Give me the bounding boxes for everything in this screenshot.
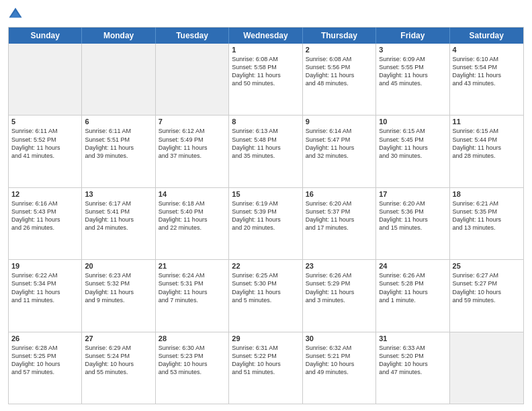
cell-info-line: Daylight: 11 hours <box>85 216 152 224</box>
cell-info-line: Sunrise: 6:28 AM <box>11 344 79 352</box>
cell-info-line: and 41 minutes. <box>11 152 79 160</box>
calendar-cell: 9Sunrise: 6:14 AMSunset: 5:47 PMDaylight… <box>303 116 376 187</box>
cell-info-line: Sunrise: 6:17 AM <box>85 199 152 208</box>
cell-info-line: Daylight: 11 hours <box>159 144 226 152</box>
cell-info-line: and 32 minutes. <box>306 152 373 160</box>
calendar-cell: 5Sunrise: 6:11 AMSunset: 5:52 PMDaylight… <box>9 116 82 187</box>
cell-info-line: Sunrise: 6:11 AM <box>85 127 152 135</box>
day-number: 22 <box>232 262 299 270</box>
calendar-row: 19Sunrise: 6:22 AMSunset: 5:34 PMDayligh… <box>9 259 523 331</box>
cell-info-line: and 49 minutes. <box>306 368 373 376</box>
weekday-header: Friday <box>376 28 449 44</box>
cell-info-line: Sunrise: 6:10 AM <box>453 55 521 63</box>
day-number: 14 <box>159 190 226 198</box>
weekday-header: Monday <box>82 28 155 44</box>
cell-info-line: Sunrise: 6:20 AM <box>379 199 446 208</box>
cell-info-line: Sunrise: 6:20 AM <box>306 199 373 208</box>
calendar-cell: 4Sunrise: 6:10 AMSunset: 5:54 PMDaylight… <box>450 44 523 115</box>
page: SundayMondayTuesdayWednesdayThursdayFrid… <box>0 0 532 411</box>
calendar: SundayMondayTuesdayWednesdayThursdayFrid… <box>8 27 524 404</box>
cell-info-line: Daylight: 11 hours <box>453 216 521 224</box>
cell-info-line: and 45 minutes. <box>379 79 446 87</box>
calendar-cell: 3Sunrise: 6:09 AMSunset: 5:55 PMDaylight… <box>376 44 449 115</box>
calendar-cell: 20Sunrise: 6:23 AMSunset: 5:32 PMDayligh… <box>82 260 155 331</box>
cell-info-line: Sunrise: 6:15 AM <box>379 127 446 135</box>
cell-info-line: Sunset: 5:20 PM <box>379 352 446 360</box>
cell-info-line: and 15 minutes. <box>379 224 446 232</box>
calendar-cell: 12Sunrise: 6:16 AMSunset: 5:43 PMDayligh… <box>9 188 82 259</box>
day-number: 4 <box>453 46 521 54</box>
cell-info-line: Sunset: 5:45 PM <box>379 136 446 144</box>
calendar-cell: 2Sunrise: 6:08 AMSunset: 5:56 PMDaylight… <box>303 44 376 115</box>
cell-info-line: Daylight: 11 hours <box>85 144 152 152</box>
calendar-cell: 13Sunrise: 6:17 AMSunset: 5:41 PMDayligh… <box>82 188 155 259</box>
day-number: 17 <box>379 190 446 198</box>
cell-info-line: Daylight: 11 hours <box>159 216 226 224</box>
cell-info-line: Daylight: 11 hours <box>306 216 373 224</box>
cell-info-line: Daylight: 10 hours <box>379 360 446 368</box>
cell-info-line: Sunrise: 6:29 AM <box>85 344 152 352</box>
cell-info-line: Daylight: 11 hours <box>85 288 152 296</box>
weekday-header: Saturday <box>450 28 523 44</box>
calendar-cell: 26Sunrise: 6:28 AMSunset: 5:25 PMDayligh… <box>9 332 82 404</box>
day-number: 13 <box>85 190 152 198</box>
calendar-cell: 6Sunrise: 6:11 AMSunset: 5:51 PMDaylight… <box>82 116 155 187</box>
calendar-cell: 16Sunrise: 6:20 AMSunset: 5:37 PMDayligh… <box>303 188 376 259</box>
cell-info-line: Daylight: 11 hours <box>159 288 226 296</box>
cell-info-line: and 37 minutes. <box>159 152 226 160</box>
day-number: 31 <box>379 334 446 342</box>
cell-info-line: Daylight: 11 hours <box>232 216 299 224</box>
cell-info-line: Daylight: 11 hours <box>379 288 446 296</box>
cell-info-line: Sunrise: 6:31 AM <box>232 344 299 352</box>
day-number: 16 <box>306 190 373 198</box>
cell-info-line: Daylight: 11 hours <box>232 288 299 296</box>
cell-info-line: and 13 minutes. <box>453 224 521 232</box>
cell-info-line: Sunset: 5:28 PM <box>379 279 446 287</box>
cell-info-line: and 43 minutes. <box>453 79 521 87</box>
cell-info-line: Sunset: 5:24 PM <box>85 352 152 360</box>
cell-info-line: and 50 minutes. <box>232 79 299 87</box>
calendar-cell: 14Sunrise: 6:18 AMSunset: 5:40 PMDayligh… <box>156 188 229 259</box>
cell-info-line: Daylight: 11 hours <box>11 144 79 152</box>
cell-info-line: Daylight: 10 hours <box>159 360 226 368</box>
cell-info-line: Sunrise: 6:33 AM <box>379 344 446 352</box>
day-number: 10 <box>379 118 446 126</box>
calendar-cell: 1Sunrise: 6:08 AMSunset: 5:58 PMDaylight… <box>229 44 302 115</box>
day-number: 5 <box>11 118 79 126</box>
cell-info-line: and 30 minutes. <box>379 152 446 160</box>
cell-info-line: and 28 minutes. <box>453 152 521 160</box>
cell-info-line: Sunrise: 6:23 AM <box>85 271 152 279</box>
cell-info-line: and 48 minutes. <box>306 79 373 87</box>
cell-info-line: and 35 minutes. <box>232 152 299 160</box>
cell-info-line: Sunset: 5:29 PM <box>306 279 373 287</box>
cell-info-line: Sunset: 5:40 PM <box>159 208 226 216</box>
calendar-header: SundayMondayTuesdayWednesdayThursdayFrid… <box>9 28 523 44</box>
cell-info-line: Sunrise: 6:13 AM <box>232 127 299 135</box>
cell-info-line: Sunset: 5:48 PM <box>232 136 299 144</box>
cell-info-line: Sunset: 5:22 PM <box>232 352 299 360</box>
cell-info-line: Sunset: 5:30 PM <box>232 279 299 287</box>
cell-info-line: Sunrise: 6:22 AM <box>11 271 79 279</box>
cell-info-line: Sunrise: 6:08 AM <box>306 55 373 63</box>
cell-info-line: Daylight: 10 hours <box>306 360 373 368</box>
cell-info-line: and 7 minutes. <box>159 296 226 304</box>
weekday-header: Tuesday <box>156 28 229 44</box>
cell-info-line: Sunrise: 6:18 AM <box>159 199 226 208</box>
cell-info-line: Sunset: 5:25 PM <box>11 352 79 360</box>
cell-info-line: Sunrise: 6:24 AM <box>159 271 226 279</box>
cell-info-line: Sunset: 5:39 PM <box>232 208 299 216</box>
weekday-header: Wednesday <box>229 28 302 44</box>
cell-info-line: and 55 minutes. <box>85 368 152 376</box>
calendar-body: 1Sunrise: 6:08 AMSunset: 5:58 PMDaylight… <box>9 44 523 404</box>
day-number: 15 <box>232 190 299 198</box>
day-number: 23 <box>306 262 373 270</box>
day-number: 2 <box>306 46 373 54</box>
cell-info-line: Sunset: 5:44 PM <box>453 136 521 144</box>
day-number: 6 <box>85 118 152 126</box>
calendar-cell <box>450 332 523 404</box>
calendar-cell: 21Sunrise: 6:24 AMSunset: 5:31 PMDayligh… <box>156 260 229 331</box>
cell-info-line: Sunrise: 6:14 AM <box>306 127 373 135</box>
calendar-row: 12Sunrise: 6:16 AMSunset: 5:43 PMDayligh… <box>9 187 523 259</box>
weekday-header: Thursday <box>303 28 376 44</box>
calendar-cell: 10Sunrise: 6:15 AMSunset: 5:45 PMDayligh… <box>376 116 449 187</box>
